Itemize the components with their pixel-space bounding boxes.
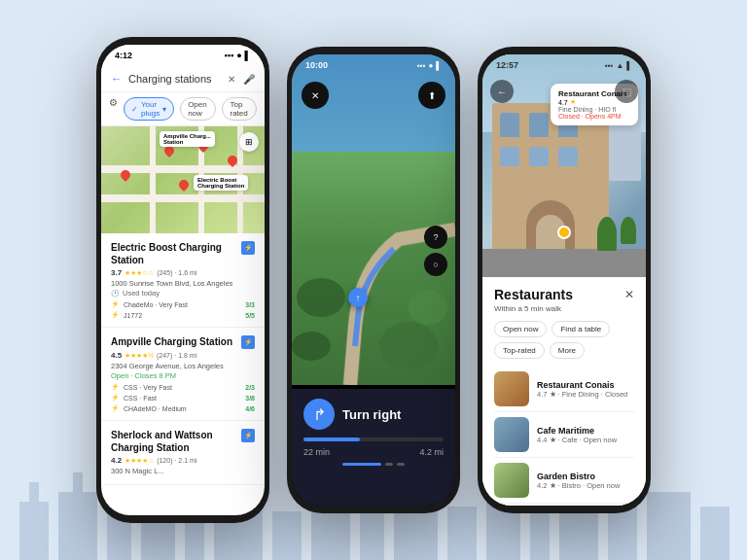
rest-info-2: Cafe Maritime 4.4 ★ · Cafe · Open now: [537, 426, 634, 444]
filter-bar: ⚙ ✓ Your plugs ▾ Open now Top rated: [101, 92, 265, 126]
panel-close-icon[interactable]: ✕: [624, 288, 634, 301]
map-pin-3[interactable]: [228, 156, 237, 168]
phone-2-time: 10:00: [305, 60, 328, 70]
phone-3-icons: ▪▪▪ ▲ ▌: [605, 61, 632, 70]
sv-back-button[interactable]: ←: [490, 80, 514, 103]
filter-your-plugs[interactable]: ✓ Your plugs ▾: [124, 97, 174, 121]
filter-label-plugs: Your plugs: [141, 100, 160, 118]
station-item-2[interactable]: Ampville Charging Station ⚡ 4.5 ★★★★½ (2…: [101, 328, 265, 421]
phone-2: ↑ 10:00 ▪▪▪ ● ▌ ✕ ⬆ ? ○: [287, 47, 460, 513]
filter-find-table[interactable]: Find a table: [551, 321, 610, 337]
signal-icon-3: ▪▪▪: [605, 61, 614, 70]
restaurant-item-3[interactable]: Garden Bistro 4.2 ★ · Bistro · Open now: [494, 458, 634, 504]
charger-row-2a: ⚡ CSS · Very Fast 2/3: [111, 383, 255, 391]
phone-3: 12:57 ▪▪▪ ▲ ▌: [478, 47, 651, 513]
filter-more[interactable]: More: [550, 342, 585, 359]
map-pin-1[interactable]: [164, 146, 174, 158]
svg-point-24: [292, 332, 331, 361]
map-pin-5[interactable]: [121, 170, 130, 183]
station-1-reviews: (245) · 1.6 mi: [157, 269, 196, 276]
svg-point-22: [379, 322, 438, 370]
back-arrow-icon[interactable]: ←: [111, 72, 123, 86]
bolt-icon-5: ⚡: [111, 404, 120, 412]
phone-3-status-bar: 12:57 ▪▪▪ ▲ ▌: [482, 54, 646, 76]
filter-open-now[interactable]: Open now: [180, 97, 216, 121]
search-bar[interactable]: ← Charging stations ✕ 🎤: [101, 66, 265, 92]
trees-area: [597, 217, 636, 251]
map-label-ampville: Ampville Charg...Station: [160, 131, 215, 147]
progress-dots: [303, 463, 444, 466]
phone-3-time: 12:57: [496, 60, 518, 70]
filter-top-rated[interactable]: Top-rated: [494, 342, 545, 359]
battery-icon: ▌: [245, 51, 251, 60]
nav-close-button[interactable]: ✕: [302, 82, 329, 109]
station-1-used: 🕐 Used today: [111, 289, 255, 298]
bolt-icon: ⚡: [111, 300, 120, 308]
nav-progress-fill: [303, 438, 360, 441]
wifi-icon-3: ▲: [616, 61, 623, 70]
signal-icon: ▪▪▪: [225, 51, 234, 60]
station-item-1[interactable]: Electric Boost Charging Station ⚡ 3.7 ★★…: [101, 233, 265, 328]
pegman-icon[interactable]: [557, 226, 571, 239]
sv-share-button[interactable]: ⬚: [615, 80, 638, 103]
mic-icon[interactable]: 🎤: [243, 74, 255, 85]
wifi-icon-2: ●: [428, 61, 433, 70]
phone-1-screen: 4:12 ▪▪▪ ● ▌ ← Charging stations ✕ 🎤 ⚙: [101, 45, 265, 515]
zoom-in-button[interactable]: ?: [424, 226, 447, 249]
street-view-photo[interactable]: Restaurant Conais 4.7 ★ Fine Dining · HI…: [482, 54, 646, 278]
station-3-address: 300 N Magic L...: [111, 467, 255, 475]
ev-icon-3: ⚡: [241, 429, 255, 442]
clear-icon[interactable]: ✕: [228, 74, 235, 85]
phone-2-screen: ↑ 10:00 ▪▪▪ ● ▌ ✕ ⬆ ? ○: [292, 54, 455, 506]
nav-share-button[interactable]: ⬆: [418, 82, 445, 109]
rest-thumb-2: [494, 417, 529, 452]
wifi-icon: ●: [236, 51, 241, 60]
nav-eta: 22 min: [303, 447, 330, 457]
nav-car-indicator: ↑: [348, 288, 368, 307]
station-2-rating: 4.5 ★★★★½ (247) · 1.8 mi: [111, 351, 255, 360]
station-item-3[interactable]: Sherlock and Wattson Charging Station ⚡ …: [101, 421, 265, 485]
rest-thumb-1: [494, 371, 529, 406]
panel-title: Restaurants: [494, 287, 573, 302]
filter-open-now[interactable]: Open now: [494, 321, 547, 337]
road-ground: [482, 249, 646, 278]
charger-row-1b: ⚡ J1772 5/5: [111, 311, 255, 319]
phone-1-status-icons: ▪▪▪ ● ▌: [225, 51, 251, 60]
svg-point-21: [297, 278, 345, 317]
restaurant-type: Fine Dining · HIO fl: [558, 106, 630, 113]
map-layers-button[interactable]: ⊞: [239, 132, 259, 152]
station-list: Electric Boost Charging Station ⚡ 3.7 ★★…: [101, 233, 265, 485]
map-label-boost: Electric BoostCharging Station: [194, 175, 248, 191]
filter-icon[interactable]: ⚙: [109, 97, 118, 121]
charger-row-2b: ⚡ CSS · Fast 3/8: [111, 394, 255, 402]
panel-subtitle: Within a 5 min walk: [494, 304, 634, 313]
station-2-name: Ampville Charging Station: [111, 335, 237, 348]
restaurant-item-1[interactable]: Restaurant Conais 4.7 ★ · Fine Dining · …: [494, 367, 634, 412]
nav-eta-row: 22 min 4.2 mi: [303, 447, 444, 457]
map-pin-4[interactable]: [179, 180, 189, 192]
phone-1: 4:12 ▪▪▪ ● ▌ ← Charging stations ✕ 🎤 ⚙: [96, 37, 269, 523]
filter-top-rated[interactable]: Top rated: [222, 97, 257, 121]
map-view[interactable]: Ampville Charg...Station Electric BoostC…: [101, 126, 265, 233]
svg-rect-1: [29, 482, 39, 502]
battery-icon-2: ▌: [436, 61, 442, 70]
phones-container: 4:12 ▪▪▪ ● ▌ ← Charging stations ✕ 🎤 ⚙: [77, 18, 670, 542]
bolt-icon-2: ⚡: [111, 311, 120, 319]
bolt-icon-3: ⚡: [111, 383, 120, 391]
nav-map-view[interactable]: ↑ 10:00 ▪▪▪ ● ▌ ✕ ⬆ ? ○: [292, 54, 455, 385]
restaurant-filters: Open now Find a table Top-rated More: [494, 321, 634, 359]
charger-row-2c: ⚡ CHAdeMO · Medium 4/6: [111, 404, 255, 412]
search-action-icons: ✕ 🎤: [228, 74, 255, 85]
turn-icon: ↱: [303, 399, 335, 430]
compass-button[interactable]: ○: [424, 253, 447, 276]
street-view-nav: ← ⬚: [482, 76, 646, 107]
station-1-name: Electric Boost Charging Station: [111, 241, 237, 266]
station-2-hours: Open · Closes 8 PM: [111, 371, 255, 380]
rest-info-3: Garden Bistro 4.2 ★ · Bistro · Open now: [537, 472, 634, 490]
check-icon: ✓: [131, 105, 138, 114]
restaurants-panel: Restaurants ✕ Within a 5 min walk Open n…: [482, 277, 646, 506]
phone-2-status-bar: 10:00 ▪▪▪ ● ▌: [292, 54, 455, 76]
rest-thumb-3: [494, 463, 529, 498]
nav-panel: ↱ Turn right 22 min 4.2 mi: [292, 389, 455, 506]
restaurant-item-2[interactable]: Cafe Maritime 4.4 ★ · Cafe · Open now: [494, 412, 634, 458]
